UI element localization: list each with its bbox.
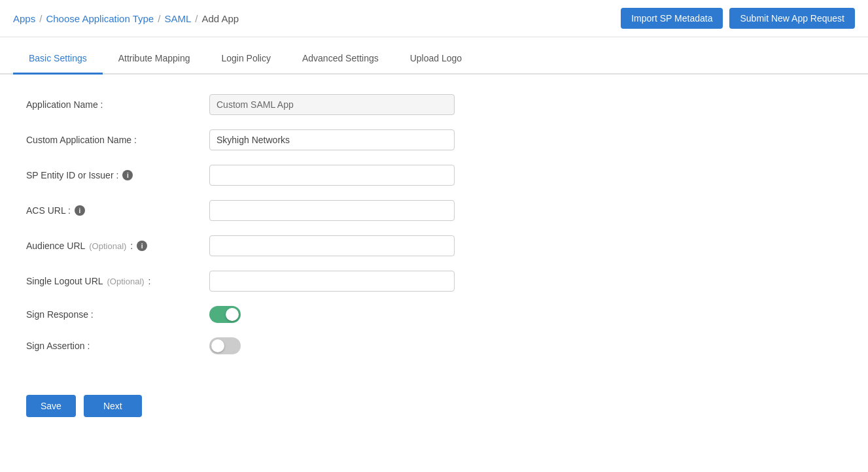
sp-entity-label: SP Entity ID or Issuer : i <box>26 170 209 180</box>
submit-new-app-button[interactable]: Submit New App Request <box>729 8 855 29</box>
sign-assertion-label: Sign Assertion : <box>26 341 209 351</box>
sign-assertion-toggle[interactable] <box>209 337 241 354</box>
tab-attribute-mapping[interactable]: Attribute Mapping <box>103 44 206 75</box>
tab-login-policy[interactable]: Login Policy <box>205 44 286 75</box>
breadcrumb-choose-type[interactable]: Choose Application Type <box>46 13 154 24</box>
header-buttons: Import SP Metadata Submit New App Reques… <box>621 8 855 29</box>
breadcrumb-apps[interactable]: Apps <box>13 13 35 24</box>
sign-response-row: Sign Response : <box>26 306 563 323</box>
single-logout-row: Single Logout URL (Optional) : <box>26 271 563 292</box>
sign-assertion-toggle-container <box>209 337 241 354</box>
breadcrumb-sep-2: / <box>158 13 160 24</box>
audience-url-row: Audience URL (Optional) : i <box>26 235 563 256</box>
custom-app-name-input[interactable] <box>209 129 455 150</box>
sign-assertion-row: Sign Assertion : <box>26 337 563 354</box>
acs-url-label: ACS URL : i <box>26 205 209 216</box>
sign-response-toggle-container <box>209 306 241 323</box>
single-logout-label: Single Logout URL (Optional) : <box>26 276 209 286</box>
form-container: Application Name : Custom Application Na… <box>0 75 589 382</box>
audience-url-label: Audience URL (Optional) : i <box>26 241 209 251</box>
tab-upload-logo[interactable]: Upload Logo <box>394 44 477 75</box>
breadcrumb-sep-1: / <box>39 13 42 24</box>
application-name-input[interactable] <box>209 94 455 115</box>
import-sp-metadata-button[interactable]: Import SP Metadata <box>621 8 723 29</box>
sign-assertion-knob <box>211 339 224 352</box>
application-name-label: Application Name : <box>26 99 209 110</box>
acs-url-info-icon[interactable]: i <box>75 205 85 216</box>
header: Apps / Choose Application Type / SAML / … <box>0 0 868 37</box>
sp-entity-row: SP Entity ID or Issuer : i <box>26 165 563 186</box>
custom-app-name-label: Custom Application Name : <box>26 135 209 145</box>
tab-advanced-settings[interactable]: Advanced Settings <box>286 44 394 75</box>
save-button[interactable]: Save <box>26 395 76 417</box>
sp-entity-input[interactable] <box>209 165 455 186</box>
breadcrumb-current: Add App <box>201 13 239 24</box>
breadcrumb: Apps / Choose Application Type / SAML / … <box>13 13 239 24</box>
acs-url-row: ACS URL : i <box>26 200 563 221</box>
sign-response-knob <box>226 308 239 321</box>
audience-url-input[interactable] <box>209 235 455 256</box>
single-logout-input[interactable] <box>209 271 455 292</box>
form-actions: Save Next <box>0 382 868 437</box>
application-name-row: Application Name : <box>26 94 563 115</box>
audience-url-info-icon[interactable]: i <box>137 241 147 251</box>
sign-response-label: Sign Response : <box>26 309 209 320</box>
next-button[interactable]: Next <box>84 395 142 417</box>
sign-response-toggle[interactable] <box>209 306 241 323</box>
acs-url-input[interactable] <box>209 200 455 221</box>
tabs-container: Basic Settings Attribute Mapping Login P… <box>0 44 868 75</box>
sp-entity-info-icon[interactable]: i <box>122 170 133 180</box>
breadcrumb-sep-3: / <box>195 13 198 24</box>
tab-basic-settings[interactable]: Basic Settings <box>13 44 103 75</box>
breadcrumb-saml[interactable]: SAML <box>164 13 191 24</box>
custom-app-name-row: Custom Application Name : <box>26 129 563 150</box>
